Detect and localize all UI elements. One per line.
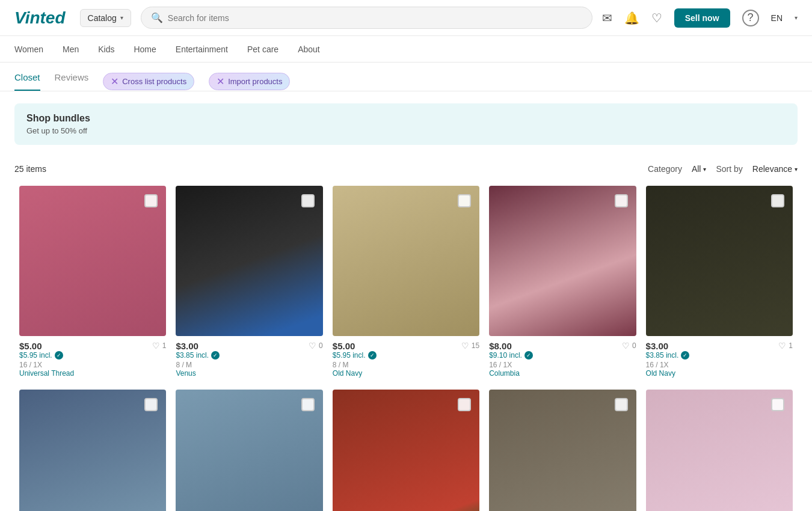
- price-check-icon-4: ✓: [524, 351, 533, 360]
- product-card-8[interactable]: $5.00 $5.95 incl. ✓ S / XS Levi's ♡ 3: [328, 385, 484, 511]
- heart-icon-3: ♡: [461, 341, 469, 350]
- product-card-7[interactable]: $6.00 $6.95 incl. ✓ M Gap ♡ 0: [171, 385, 327, 511]
- category-filter-label: Category: [648, 164, 682, 174]
- price-check-icon-2: ✓: [211, 351, 220, 360]
- product-card-4[interactable]: $8.00 $9.10 incl. ✓ 16 / 1X Columbia ♡ 0: [484, 181, 641, 385]
- product-image-2: [176, 186, 322, 336]
- listing-controls: 25 items Category All ▾ Sort by Relevanc…: [0, 157, 812, 181]
- product-checkbox-8[interactable]: [458, 398, 471, 411]
- product-checkbox-1[interactable]: [144, 194, 158, 207]
- product-likes-1[interactable]: ♡ 1: [152, 341, 167, 350]
- shop-bundles-banner[interactable]: Shop bundles Get up to 50% off: [14, 103, 798, 145]
- price-check-icon-1: ✓: [55, 351, 63, 360]
- tab-closet[interactable]: Closet: [14, 72, 40, 91]
- product-price-4: $8.00: [489, 341, 622, 351]
- product-brand-4: Columbia: [489, 369, 622, 378]
- product-price-2: $3.00: [176, 341, 309, 351]
- product-price-incl-4: $9.10 incl.: [489, 351, 522, 360]
- product-size-3: 8 / M: [333, 361, 461, 369]
- heart-wishlist-icon[interactable]: ♡: [651, 11, 662, 25]
- banner-title: Shop bundles: [26, 113, 786, 124]
- product-checkbox-6[interactable]: [144, 398, 158, 411]
- price-check-icon-5: ✓: [681, 351, 689, 360]
- heart-icon-1: ♡: [152, 341, 160, 350]
- sort-value: Relevance: [752, 164, 792, 174]
- product-size-4: 16 / 1X: [489, 361, 622, 369]
- category-filter-value: All: [692, 164, 701, 174]
- product-image-9: [489, 390, 636, 511]
- product-image-10: [646, 390, 793, 511]
- nav-item-kids[interactable]: Kids: [98, 44, 114, 54]
- category-filter-dropdown[interactable]: All ▾: [692, 164, 707, 174]
- product-image-1: [19, 186, 166, 336]
- product-card-6[interactable]: $4.00 $4.85 incl. ✓ L Nike ♡ 2: [14, 385, 171, 511]
- product-brand-1: Universal Thread: [19, 369, 152, 378]
- product-image-3: [333, 186, 479, 336]
- category-chevron-icon: ▾: [703, 166, 706, 173]
- product-likes-3[interactable]: ♡ 15: [461, 341, 479, 350]
- product-likes-5[interactable]: ♡ 1: [778, 341, 793, 350]
- product-checkbox-5[interactable]: [771, 194, 784, 207]
- product-checkbox-10[interactable]: [771, 398, 784, 411]
- sell-button[interactable]: Sell now: [674, 8, 730, 28]
- product-image-7: [176, 390, 322, 511]
- language-selector[interactable]: EN: [771, 13, 783, 23]
- product-card-1[interactable]: $5.00 $5.95 incl. ✓ 16 / 1X Universal Th…: [14, 181, 171, 385]
- product-likes-2[interactable]: ♡ 0: [309, 341, 323, 350]
- search-input[interactable]: [168, 13, 582, 23]
- sort-chevron-icon: ▾: [795, 166, 798, 173]
- header: Vinted Catalog ▾ 🔍 ✉ 🔔 ♡ Sell now ? EN ▾: [0, 0, 812, 36]
- nav-item-women[interactable]: Women: [14, 44, 43, 54]
- product-likes-4[interactable]: ♡ 0: [622, 341, 636, 350]
- product-card-10[interactable]: $4.00 $4.85 incl. ✓ 16 / 1X Croft & Barr…: [641, 385, 798, 511]
- product-checkbox-2[interactable]: [301, 194, 315, 207]
- product-card-9[interactable]: $7.00 $7.95 incl. ✓ 10 / L Wrangler ♡ 0: [484, 385, 641, 511]
- cross-list-icon: ✕: [111, 76, 118, 87]
- heart-icon-2: ♡: [309, 341, 316, 350]
- help-icon[interactable]: ?: [742, 10, 759, 26]
- item-count: 25 items: [14, 164, 46, 174]
- product-checkbox-7[interactable]: [301, 398, 315, 411]
- nav-item-men[interactable]: Men: [63, 44, 79, 54]
- product-price-incl-1: $5.95 incl.: [19, 351, 52, 360]
- tab-reviews[interactable]: Reviews: [55, 72, 89, 91]
- nav-item-about[interactable]: About: [298, 44, 320, 54]
- profile-tabs: Closet Reviews ✕ Cross list products ✕ I…: [0, 63, 812, 91]
- sort-dropdown[interactable]: Relevance ▾: [752, 164, 798, 174]
- product-checkbox-9[interactable]: [615, 398, 628, 411]
- product-card-3[interactable]: $5.00 $5.95 incl. ✓ 8 / M Old Navy ♡ 15: [328, 181, 484, 385]
- nav-item-entertainment[interactable]: Entertainment: [176, 44, 228, 54]
- search-icon: 🔍: [151, 12, 163, 23]
- tab-import[interactable]: ✕ Import products: [209, 73, 290, 90]
- heart-icon-4: ♡: [622, 341, 630, 350]
- product-price-incl-5: $3.85 incl.: [646, 351, 679, 360]
- product-size-1: 16 / 1X: [19, 361, 152, 369]
- product-card-2[interactable]: $3.00 $3.85 incl. ✓ 8 / M Venus ♡ 0: [171, 181, 327, 385]
- product-size-5: 16 / 1X: [646, 361, 779, 369]
- nav-item-pet-care[interactable]: Pet care: [247, 44, 278, 54]
- main-nav: Women Men Kids Home Entertainment Pet ca…: [0, 36, 812, 63]
- product-price-incl-2: $3.85 incl.: [176, 351, 209, 360]
- nav-item-home[interactable]: Home: [134, 44, 156, 54]
- catalog-button[interactable]: Catalog ▾: [80, 9, 131, 27]
- product-checkbox-3[interactable]: [458, 194, 471, 207]
- product-card-5[interactable]: $3.00 $3.85 incl. ✓ 16 / 1X Old Navy ♡ 1: [641, 181, 798, 385]
- logo: Vinted: [14, 8, 66, 28]
- product-brand-5: Old Navy: [646, 369, 779, 378]
- product-size-2: 8 / M: [176, 361, 309, 369]
- product-grid: $5.00 $5.95 incl. ✓ 16 / 1X Universal Th…: [0, 181, 812, 511]
- bell-icon[interactable]: 🔔: [624, 11, 639, 25]
- product-price-3: $5.00: [333, 341, 461, 351]
- product-image-4: [489, 186, 636, 336]
- product-checkbox-4[interactable]: [615, 194, 628, 207]
- price-check-icon-3: ✓: [368, 351, 377, 360]
- product-image-6: [19, 390, 166, 511]
- product-price-5: $3.00: [646, 341, 779, 351]
- mail-icon[interactable]: ✉: [602, 11, 612, 25]
- cross-list-label: Cross list products: [122, 77, 186, 86]
- tab-cross-list[interactable]: ✕ Cross list products: [103, 73, 194, 90]
- sort-label: Sort by: [716, 164, 742, 174]
- search-bar: 🔍: [141, 7, 592, 29]
- product-brand-2: Venus: [176, 369, 309, 378]
- banner-subtitle: Get up to 50% off: [26, 126, 786, 135]
